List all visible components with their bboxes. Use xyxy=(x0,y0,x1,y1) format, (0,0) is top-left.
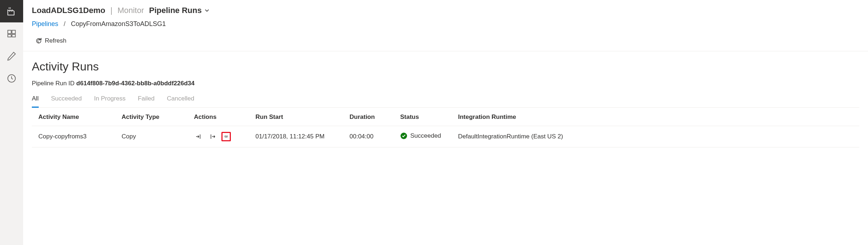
filter-tab-succeeded[interactable]: Succeeded xyxy=(51,95,82,107)
refresh-label: Refresh xyxy=(45,37,67,44)
cell-status: Succeeded xyxy=(394,126,452,147)
cell-integration-runtime: DefaultIntegrationRuntime (East US 2) xyxy=(452,126,859,147)
table-header-row: Activity Name Activity Type Actions Run … xyxy=(32,108,859,126)
action-input-icon[interactable] xyxy=(194,132,203,141)
refresh-button[interactable]: Refresh xyxy=(35,37,67,44)
header-dropdown[interactable]: Pipeline Runs xyxy=(149,6,209,15)
cell-activity-name: Copy-copyfroms3 xyxy=(32,126,115,147)
cell-actions xyxy=(187,126,249,147)
cell-run-start: 01/17/2018, 11:12:45 PM xyxy=(249,126,343,147)
refresh-icon xyxy=(35,38,42,44)
status-label: Succeeded xyxy=(410,132,441,139)
page-heading: Activity Runs xyxy=(32,60,859,73)
header-section: Monitor xyxy=(118,6,144,15)
col-duration[interactable]: Duration xyxy=(343,108,394,126)
filter-tab-in-progress[interactable]: In Progress xyxy=(94,95,126,107)
svg-rect-2 xyxy=(8,34,11,37)
filter-tab-all[interactable]: All xyxy=(32,95,39,108)
nav-factory-icon[interactable] xyxy=(0,0,23,22)
breadcrumb: Pipelines / CopyFromAmazonS3ToADLSG1 xyxy=(23,20,868,34)
table-row: Copy-copyfroms3 Copy xyxy=(32,126,859,147)
filter-tab-cancelled[interactable]: Cancelled xyxy=(167,95,194,107)
header-dropdown-label: Pipeline Runs xyxy=(149,6,202,15)
filter-tabs: All Succeeded In Progress Failed Cancell… xyxy=(32,95,859,108)
header-divider: | xyxy=(110,6,113,15)
nav-dashboards-icon[interactable] xyxy=(0,22,23,45)
breadcrumb-separator: / xyxy=(64,20,65,27)
col-activity-name[interactable]: Activity Name xyxy=(32,108,115,126)
left-nav xyxy=(0,0,23,245)
main-content: LoadADLSG1Demo | Monitor Pipeline Runs P… xyxy=(23,0,868,245)
success-icon xyxy=(400,132,407,139)
nav-monitor-icon[interactable] xyxy=(0,67,23,90)
col-activity-type[interactable]: Activity Type xyxy=(115,108,187,126)
run-id-line: Pipeline Run ID d614f808-7b9d-4362-bb8b-… xyxy=(32,80,859,87)
col-run-start[interactable]: Run Start xyxy=(249,108,343,126)
action-details-icon[interactable] xyxy=(221,132,231,141)
run-id-label: Pipeline Run ID xyxy=(32,80,76,87)
run-id-value: d614f808-7b9d-4362-bb8b-a0bddf226d34 xyxy=(76,80,195,87)
breadcrumb-link[interactable]: Pipelines xyxy=(32,20,58,27)
nav-author-icon[interactable] xyxy=(0,45,23,67)
toolbar: Refresh xyxy=(23,34,868,51)
page-header: LoadADLSG1Demo | Monitor Pipeline Runs xyxy=(23,0,868,20)
col-status[interactable]: Status xyxy=(394,108,452,126)
header-title: LoadADLSG1Demo xyxy=(32,6,105,15)
svg-rect-3 xyxy=(12,34,15,37)
col-integration-runtime[interactable]: Integration Runtime xyxy=(452,108,859,126)
filter-tab-failed[interactable]: Failed xyxy=(138,95,154,107)
col-actions[interactable]: Actions xyxy=(187,108,249,126)
svg-rect-1 xyxy=(12,30,15,34)
content-area: Activity Runs Pipeline Run ID d614f808-7… xyxy=(23,51,868,147)
cell-activity-type: Copy xyxy=(115,126,187,147)
action-output-icon[interactable] xyxy=(208,132,217,141)
breadcrumb-current: CopyFromAmazonS3ToADLSG1 xyxy=(71,20,166,27)
chevron-down-icon xyxy=(204,8,209,13)
activity-runs-table: Activity Name Activity Type Actions Run … xyxy=(32,108,859,147)
cell-duration: 00:04:00 xyxy=(343,126,394,147)
svg-rect-0 xyxy=(8,30,11,34)
